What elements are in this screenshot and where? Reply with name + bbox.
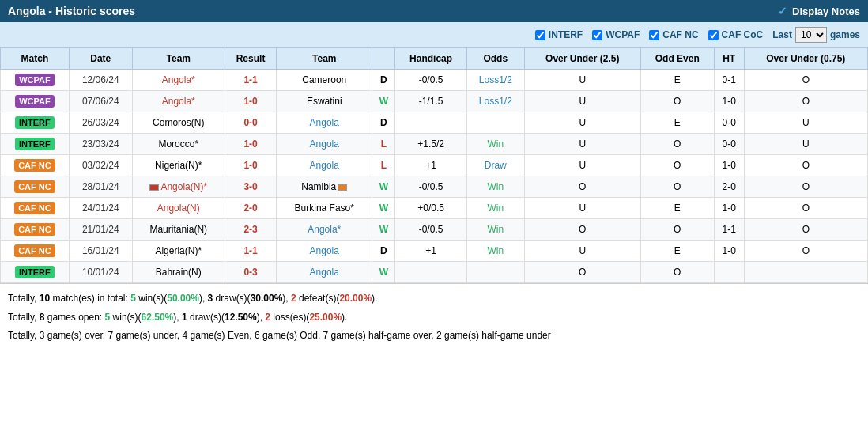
- cell-odd-even: E: [640, 198, 714, 219]
- filter-cafcoc[interactable]: CAF CoC: [708, 29, 764, 40]
- cell-date: 23/03/24: [69, 134, 132, 155]
- filter-interf-checkbox[interactable]: [535, 30, 545, 40]
- cell-date: 07/06/24: [69, 91, 132, 112]
- cell-result: 1-1: [225, 70, 276, 91]
- summary-line3: Totally, 3 game(s) over, 7 game(s) under…: [8, 328, 860, 345]
- cell-handicap: -0/0.5: [395, 70, 466, 91]
- cell-handicap: +1: [395, 241, 466, 262]
- cell-over-under: U: [524, 241, 640, 262]
- col-ht: HT: [714, 48, 744, 70]
- table-row: INTERF 23/03/24 Morocco* 1-0 Angola L +1…: [1, 134, 868, 155]
- games-label: games: [830, 29, 860, 40]
- filter-wcpaf[interactable]: WCPAF: [592, 29, 640, 40]
- col-odds: Odds: [466, 48, 524, 70]
- summary-section: Totally, 10 match(es) in total: 5 win(s)…: [0, 283, 868, 353]
- table-row: CAF NC 28/01/24 Angola(N)* 3-0 Namibia W…: [1, 176, 868, 198]
- cell-date: 12/06/24: [69, 70, 132, 91]
- cell-outcome: W: [372, 176, 395, 198]
- cell-odd-even: E: [640, 112, 714, 134]
- cell-match: INTERF: [1, 262, 70, 283]
- cell-team2: Angola: [277, 155, 372, 176]
- match-badge: CAF NC: [14, 159, 55, 172]
- cell-match: INTERF: [1, 134, 70, 155]
- filter-cafnc[interactable]: CAF NC: [649, 29, 698, 40]
- cell-team2: Eswatini: [277, 91, 372, 112]
- cell-ht: 1-0: [714, 91, 744, 112]
- cell-team2: Angola: [277, 112, 372, 134]
- cell-ht: 2-0: [714, 176, 744, 198]
- summary-line1: Totally, 10 match(es) in total: 5 win(s)…: [8, 290, 860, 308]
- summary-line2: Totally, 8 games open: 5 win(s)(62.50%),…: [8, 309, 860, 327]
- last-games-selector[interactable]: Last 10 20 30 games: [772, 27, 860, 43]
- cell-odds: Win: [466, 219, 524, 241]
- cell-team1: Angola*: [132, 91, 225, 112]
- cell-handicap: -0/0.5: [395, 176, 466, 198]
- col-match: Match: [1, 48, 70, 70]
- cell-date: 26/03/24: [69, 112, 132, 134]
- cell-outcome: D: [372, 112, 395, 134]
- cell-over-under: U: [524, 70, 640, 91]
- cell-ht: 1-0: [714, 198, 744, 219]
- cell-odds: Win: [466, 241, 524, 262]
- cell-outcome: W: [372, 262, 395, 283]
- cell-result: 2-0: [225, 198, 276, 219]
- cell-match: WCPAF: [1, 70, 70, 91]
- cell-outcome: D: [372, 70, 395, 91]
- col-result: Result: [225, 48, 276, 70]
- cell-handicap: -1/1.5: [395, 91, 466, 112]
- cell-odds: [466, 262, 524, 283]
- table-row: CAF NC 16/01/24 Algeria(N)* 1-1 Angola D…: [1, 241, 868, 262]
- cell-handicap: [395, 262, 466, 283]
- filter-cafcoc-checkbox[interactable]: [708, 30, 719, 40]
- display-notes-section: ✓ Display Notes: [778, 5, 860, 17]
- cell-team2: Angola: [277, 262, 372, 283]
- cell-odd-even: O: [640, 176, 714, 198]
- match-badge: CAF NC: [14, 180, 55, 193]
- filter-interf-label: INTERF: [549, 29, 583, 40]
- last-games-select[interactable]: 10 20 30: [795, 27, 827, 43]
- cell-team1: Algeria(N)*: [132, 241, 225, 262]
- cell-handicap: +0/0.5: [395, 198, 466, 219]
- cell-ht: 0-0: [714, 134, 744, 155]
- cell-odds: Win: [466, 134, 524, 155]
- cell-match: CAF NC: [1, 155, 70, 176]
- filter-cafnc-label: CAF NC: [662, 29, 698, 40]
- cell-team1: Angola(N): [132, 198, 225, 219]
- cell-ht: 0-1: [714, 70, 744, 91]
- cell-outcome: L: [372, 134, 395, 155]
- cell-match: CAF NC: [1, 176, 70, 198]
- table-header-row: Match Date Team Result Team Handicap Odd…: [1, 48, 868, 70]
- table-row: WCPAF 07/06/24 Angola* 1-0 Eswatini W -1…: [1, 91, 868, 112]
- filter-wcpaf-checkbox[interactable]: [592, 30, 602, 40]
- cell-over-under: O: [524, 262, 640, 283]
- cell-result: 3-0: [225, 176, 276, 198]
- cell-odds: Win: [466, 198, 524, 219]
- match-badge: INTERF: [15, 138, 55, 150]
- cell-over-under: O: [524, 219, 640, 241]
- cell-ht-ou: U: [744, 134, 867, 155]
- cell-handicap: +1: [395, 155, 466, 176]
- cell-odds: Win: [466, 176, 524, 198]
- match-badge: CAF NC: [14, 202, 55, 214]
- filter-wcpaf-label: WCPAF: [606, 29, 640, 40]
- cell-outcome: W: [372, 219, 395, 241]
- cell-odd-even: E: [640, 241, 714, 262]
- cell-ht-ou: [744, 262, 867, 283]
- cell-team1: Comoros(N): [132, 112, 225, 134]
- cell-result: 2-3: [225, 219, 276, 241]
- cell-over-under: U: [524, 155, 640, 176]
- filter-interf[interactable]: INTERF: [535, 29, 583, 40]
- cell-team2: Burkina Faso*: [277, 198, 372, 219]
- table-row: INTERF 10/01/24 Bahrain(N) 0-3 Angola W …: [1, 262, 868, 283]
- filter-cafcoc-label: CAF CoC: [722, 29, 764, 40]
- cell-team2: Angola*: [277, 219, 372, 241]
- cell-over-under: O: [524, 176, 640, 198]
- cell-odds: Draw: [466, 155, 524, 176]
- cell-ht-ou: O: [744, 198, 867, 219]
- col-handicap: Handicap: [395, 48, 466, 70]
- cell-odd-even: O: [640, 91, 714, 112]
- cell-over-under: U: [524, 198, 640, 219]
- filter-cafnc-checkbox[interactable]: [649, 30, 659, 40]
- cell-match: CAF NC: [1, 241, 70, 262]
- cell-match: CAF NC: [1, 219, 70, 241]
